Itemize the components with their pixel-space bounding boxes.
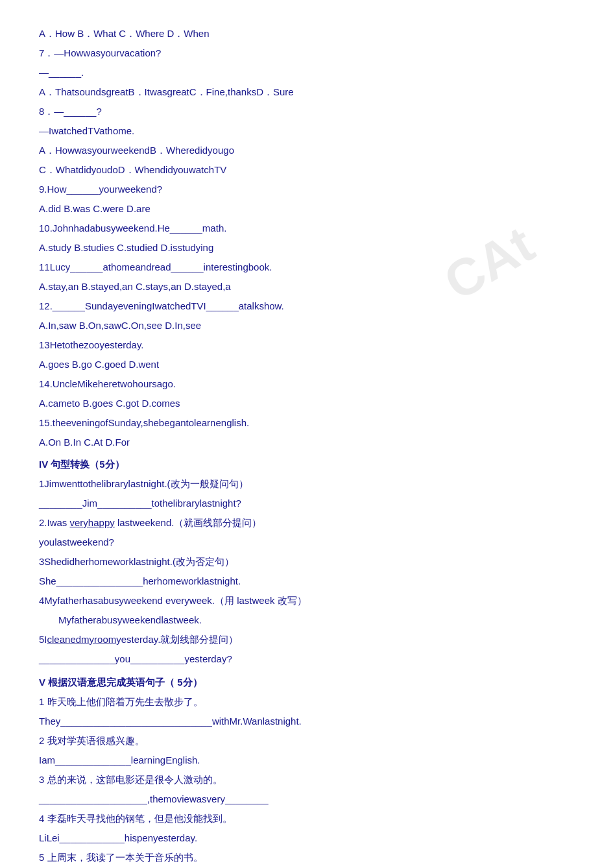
section4-header: IV 句型转换（5分）: [39, 457, 574, 472]
s5q3-answer: ____________________,themoviewasvery____…: [39, 791, 574, 807]
s4q1-question: 1Jimwenttothelibrarylastnight.(改为一般疑问句）: [39, 476, 574, 492]
s4q5-question: 5Icleanedmyroomyesterday.就划线部分提问）: [39, 632, 574, 647]
s4q5-answer: ______________you__________yesterday?: [39, 651, 574, 667]
q9-text: 9.How______yourweekend?: [39, 182, 574, 197]
s4q3-answer: She________________herhomeworklastnight.: [39, 573, 574, 589]
s4q4-question: 4Myfatherhasabusyweekend everyweek.（用 la…: [39, 593, 574, 609]
section5-header: V 根据汉语意思完成英语句子（ 5分）: [39, 675, 574, 690]
s4q2-underlined: veryhappy: [70, 517, 115, 528]
s4q2-question: 2.Iwas veryhappy lastweekend.（就画线部分提问）: [39, 515, 574, 531]
s5q1-answer: They____________________________withMr.W…: [39, 714, 574, 729]
page-container: A．How B．What C．Where D．When 7．—Howwasyou…: [39, 26, 574, 868]
s4q4-answer: Myfatherabusyweekendlastweek.: [58, 612, 574, 628]
s5q4-answer: LiLei____________hispenyesterday.: [39, 830, 574, 846]
q15-options: A.On B.In C.At D.For: [39, 435, 574, 450]
s5q5-chinese: 5 上周末，我读了一本关于音乐的书。: [39, 850, 574, 865]
q7-text: 7．—Howwasyourvacation?: [39, 45, 574, 61]
q8-answer: —IwatchedTVathome.: [39, 123, 574, 139]
q14-text: 14.UncleMikeheretwohoursago.: [39, 376, 574, 392]
q11-options: A.stay,an B.stayed,an C.stays,an D.staye…: [39, 279, 574, 295]
q13-options: A.goes B.go C.goed D.went: [39, 357, 574, 372]
s5q2-answer: Iam______________learningEnglish.: [39, 753, 574, 768]
s5q3-chinese: 3 总的来说，这部电影还是很令人激动的。: [39, 772, 574, 788]
q13-text: 13Hetothezooyesterday.: [39, 337, 574, 353]
q8-optionsCD: C．WhatdidyoudoD．WhendidyouwatchTV: [39, 162, 574, 178]
q9-options: A.did B.was C.were D.are: [39, 201, 574, 217]
q10-text: 10.Johnhadabusyweekend.He______math.: [39, 221, 574, 236]
q15-text: 15.theeveningofSunday,shebegantolearneng…: [39, 415, 574, 431]
s4q5-underlined: cleanedmyroom: [47, 634, 117, 645]
q11-text: 11Lucy______athomeandread______interesti…: [39, 259, 574, 275]
q8-optionsAB: A．HowwasyourweekendB．Wheredidyougo: [39, 143, 574, 158]
q7-blank: —______.: [39, 65, 574, 80]
q8-text: 8．—______?: [39, 104, 574, 119]
options-row1: A．How B．What C．Where D．When: [39, 26, 574, 42]
s5q1-chinese: 1 昨天晚上他们陪着万先生去散步了。: [39, 694, 574, 710]
s5q2-chinese: 2 我对学英语很感兴趣。: [39, 733, 574, 749]
s4q3-question: 3Shedidherhomeworklastnight.(改为否定句）: [39, 554, 574, 570]
q7-options: A．ThatsoundsgreatB．ItwasgreatC．Fine,than…: [39, 84, 574, 100]
q14-options: A.cameto B.goes C.got D.comes: [39, 396, 574, 411]
q12-options: A.In,saw B.On,sawC.On,see D.In,see: [39, 318, 574, 333]
q12-text: 12.______SundayeveningIwatchedTVI______a…: [39, 298, 574, 314]
s4q1-answer: ________Jim__________tothelibrarylastnig…: [39, 496, 574, 511]
s5q4-chinese: 4 李磊昨天寻找他的钢笔，但是他没能找到。: [39, 811, 574, 826]
q10-options: A.study B.studies C.studied D.isstudying: [39, 240, 574, 256]
s4q2-answer: youlastweekend?: [39, 535, 574, 550]
